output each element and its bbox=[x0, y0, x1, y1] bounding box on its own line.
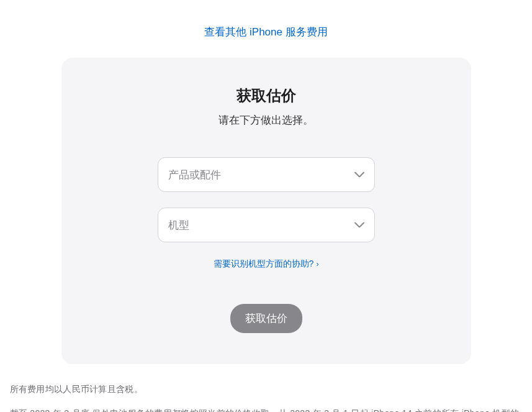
model-select-placeholder: 机型 bbox=[168, 218, 349, 232]
product-select-placeholder: 产品或配件 bbox=[168, 168, 349, 182]
get-estimate-button[interactable]: 获取估价 bbox=[230, 304, 302, 333]
estimate-card: 获取估价 请在下方做出选择。 产品或配件 机型 需要识别机型方面的协助? › 获… bbox=[61, 58, 471, 364]
footer-line-1: 所有费用均以人民币计算且含税。 bbox=[10, 382, 523, 397]
card-subtitle: 请在下方做出选择。 bbox=[92, 113, 440, 127]
footer-line-2-text: 截至 2023 年 2 月底,保外电池服务的费用都将按照当前的价格收取。从 20… bbox=[10, 408, 520, 412]
chevron-down-icon bbox=[354, 172, 364, 178]
card-title: 获取估价 bbox=[92, 86, 440, 106]
chevron-down-icon bbox=[354, 222, 364, 228]
top-link-container: 查看其他 iPhone 服务费用 bbox=[6, 0, 526, 58]
other-services-link[interactable]: 查看其他 iPhone 服务费用 bbox=[204, 26, 327, 38]
identify-model-help-link[interactable]: 需要识别机型方面的协助? › bbox=[214, 259, 319, 270]
footer-line-2: 截至 2023 年 2 月底,保外电池服务的费用都将按照当前的价格收取。从 20… bbox=[10, 406, 523, 412]
help-link-text: 需要识别机型方面的协助? bbox=[214, 259, 314, 270]
chevron-right-icon: › bbox=[316, 260, 318, 268]
footer-notes: 所有费用均以人民币计算且含税。 截至 2023 年 2 月底,保外电池服务的费用… bbox=[9, 382, 524, 412]
model-select[interactable]: 机型 bbox=[158, 208, 375, 242]
product-select[interactable]: 产品或配件 bbox=[158, 157, 375, 192]
